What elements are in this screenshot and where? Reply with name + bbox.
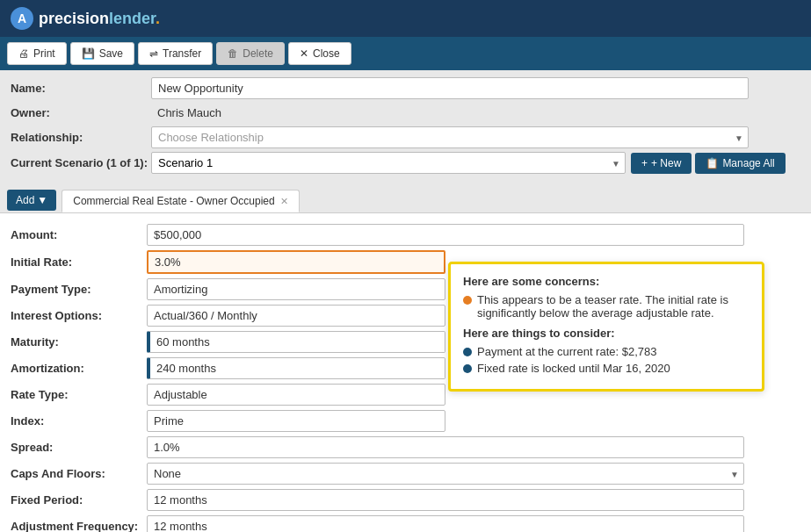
owner-row: Owner: Chris Mauch <box>11 103 800 123</box>
name-label: Name: <box>11 82 151 95</box>
adj-frequency-row: Adjustment Frequency: <box>11 515 800 532</box>
concerns-title: Here are some concerns: <box>463 275 749 288</box>
spread-input[interactable] <box>147 436 744 458</box>
rate-type-label: Rate Type: <box>11 388 147 401</box>
caps-floors-label: Caps And Floors: <box>11 467 147 480</box>
concern-dot-icon <box>463 296 472 305</box>
concern-text: This appears to be a teaser rate. The in… <box>477 293 749 320</box>
tab-close-icon[interactable]: ✕ <box>280 196 288 207</box>
initial-rate-label: Initial Rate: <box>11 255 147 269</box>
relationship-row: Relationship: Choose Relationship ▼ <box>11 126 800 148</box>
spread-row: Spread: <box>11 436 800 458</box>
name-input[interactable] <box>151 77 749 99</box>
logo-text: precisionlender. <box>39 10 160 28</box>
consider-text-1: Payment at the current rate: $2,783 <box>477 345 657 358</box>
index-input[interactable] <box>147 410 445 432</box>
consider-dot-2-icon <box>463 364 472 373</box>
name-row: Name: <box>11 77 800 99</box>
delete-icon: 🗑 <box>228 47 238 60</box>
save-label: Save <box>99 47 123 60</box>
scenario-row: Current Scenario (1 of 1): Scenario 1 ▼ … <box>11 152 800 174</box>
amount-input[interactable] <box>147 224 744 246</box>
interest-options-label: Interest Options: <box>11 309 147 322</box>
close-icon: ✕ <box>300 47 308 60</box>
chevron-down-icon: ▼ <box>735 133 743 142</box>
dropdown-arrow-icon: ▼ <box>612 158 620 168</box>
adj-frequency-label: Adjustment Frequency: <box>11 520 147 532</box>
transfer-label: Transfer <box>163 47 201 60</box>
save-icon: 💾 <box>82 47 95 60</box>
payment-type-input[interactable] <box>147 278 445 300</box>
caps-floors-select[interactable]: None <box>147 463 744 485</box>
app-logo: A precisionlender. <box>11 7 160 30</box>
index-label: Index: <box>11 414 147 428</box>
index-row: Index: <box>11 410 800 432</box>
main-content: Amount: Initial Rate: Payment Type: Inte… <box>0 213 811 532</box>
consider-item-1: Payment at the current rate: $2,783 <box>463 345 749 358</box>
caps-floors-wrapper: None ▼ <box>147 463 744 485</box>
scenario-actions: + + New 📋 Manage All <box>631 153 786 174</box>
delete-label: Delete <box>243 47 273 60</box>
plus-icon: + <box>641 157 648 169</box>
save-button[interactable]: 💾 Save <box>70 42 134 65</box>
printer-icon: 🖨 <box>18 47 29 60</box>
new-scenario-button[interactable]: + + New <box>631 153 692 174</box>
app-header: A precisionlender. <box>0 0 811 37</box>
consider-title: Here are things to consider: <box>463 327 749 340</box>
consider-dot-1-icon <box>463 348 472 356</box>
consider-text-2: Fixed rate is locked until Mar 16, 2020 <box>477 362 670 375</box>
transfer-button[interactable]: ⇌ Transfer <box>138 42 213 65</box>
add-button[interactable]: Add ▼ <box>7 190 56 211</box>
add-label: Add <box>16 194 34 206</box>
tab-bar: Add ▼ Commercial Real Estate - Owner Occ… <box>0 184 811 213</box>
amortization-input[interactable] <box>147 357 445 379</box>
owner-value: Chris Mauch <box>151 103 228 123</box>
interest-options-input[interactable] <box>147 305 445 327</box>
initial-rate-input[interactable] <box>147 250 445 274</box>
fixed-period-row: Fixed Period: <box>11 489 800 511</box>
logo-dot: . <box>156 10 160 27</box>
maturity-label: Maturity: <box>11 335 147 349</box>
add-chevron-icon: ▼ <box>37 194 47 206</box>
manage-icon: 📋 <box>706 157 719 169</box>
relationship-wrapper: Choose Relationship ▼ <box>151 126 749 148</box>
relationship-select[interactable]: Choose Relationship <box>151 126 749 148</box>
rate-type-input[interactable] <box>147 384 445 406</box>
adj-frequency-input[interactable] <box>147 515 744 532</box>
delete-button[interactable]: 🗑 Delete <box>216 42 285 65</box>
concern-popup: Here are some concerns: This appears to … <box>448 262 764 392</box>
name-value <box>151 77 800 99</box>
concern-item: This appears to be a teaser rate. The in… <box>463 293 749 320</box>
manage-all-label: Manage All <box>722 157 774 169</box>
amount-row: Amount: <box>11 224 800 246</box>
tab-label: Commercial Real Estate - Owner Occupied <box>73 195 274 207</box>
fixed-period-label: Fixed Period: <box>11 493 147 507</box>
scenario-label: Current Scenario (1 of 1): <box>11 156 151 169</box>
caps-floors-chevron-icon: ▼ <box>730 469 739 478</box>
form-area: Name: Owner: Chris Mauch Relationship: C… <box>0 70 811 184</box>
amount-label: Amount: <box>11 228 147 241</box>
manage-all-button[interactable]: 📋 Manage All <box>695 153 785 174</box>
scenario-select[interactable]: Scenario 1 <box>151 152 626 174</box>
print-label: Print <box>33 47 55 60</box>
owner-label: Owner: <box>11 106 151 119</box>
caps-floors-row: Caps And Floors: None ▼ <box>11 463 800 485</box>
transfer-icon: ⇌ <box>149 47 158 60</box>
print-button[interactable]: 🖨 Print <box>7 42 67 65</box>
spread-label: Spread: <box>11 441 147 454</box>
new-scenario-label: + New <box>651 157 681 169</box>
logo-precision: precision <box>39 10 109 27</box>
logo-lender: lender <box>109 10 156 27</box>
relationship-label: Relationship: <box>11 131 151 144</box>
close-label: Close <box>313 47 340 60</box>
scenario-select-wrapper: Scenario 1 ▼ <box>151 152 626 174</box>
payment-type-label: Payment Type: <box>11 283 147 296</box>
toolbar: 🖨 Print 💾 Save ⇌ Transfer 🗑 Delete ✕ Clo… <box>0 37 811 70</box>
amortization-label: Amortization: <box>11 362 147 375</box>
consider-item-2: Fixed rate is locked until Mar 16, 2020 <box>463 362 749 375</box>
close-button[interactable]: ✕ Close <box>288 42 351 65</box>
fixed-period-input[interactable] <box>147 489 744 511</box>
tab-commercial-real-estate[interactable]: Commercial Real Estate - Owner Occupied … <box>62 190 299 212</box>
logo-icon: A <box>11 7 33 30</box>
maturity-input[interactable] <box>147 331 445 353</box>
